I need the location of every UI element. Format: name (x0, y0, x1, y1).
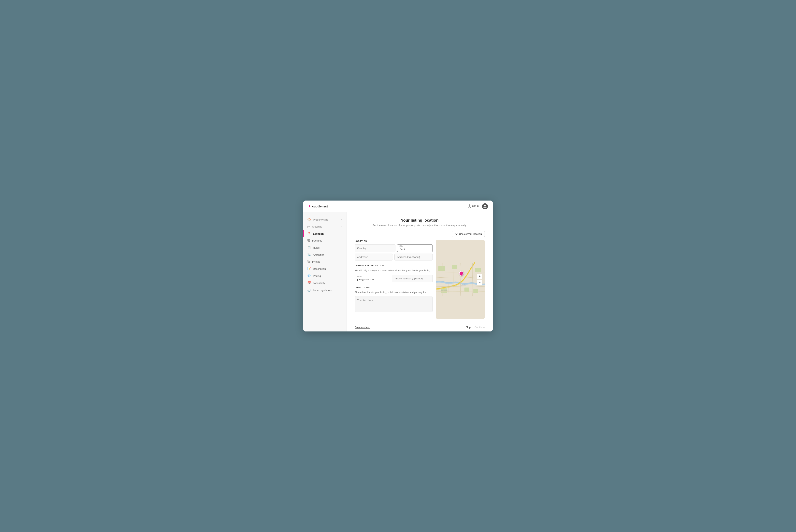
regulations-icon: ⚖️ (307, 288, 311, 292)
zoom-out-button[interactable]: − (477, 280, 482, 285)
location-form-section: LOCATION City (355, 240, 433, 313)
question-circle-icon: ? (468, 205, 471, 208)
country-input[interactable] (355, 244, 395, 252)
amenities-icon: 📡 (307, 253, 311, 256)
logo-bird-icon: ✦ (308, 204, 311, 208)
location-pin-icon: 📍 (307, 232, 311, 235)
address1-input[interactable] (355, 253, 393, 261)
contact-section-title: CONTACT INFORMATION (355, 264, 433, 267)
city-field-wrapper: City (397, 244, 433, 252)
sidebar-item-rules[interactable]: 📋 Rules (303, 244, 346, 251)
sidebar-item-label: Sleeping (312, 225, 322, 228)
email-wrapper: Email (355, 275, 390, 282)
home-icon: 🏠 (307, 218, 311, 222)
rules-icon: 📋 (307, 246, 311, 249)
contact-description: We will only share your contact informat… (355, 269, 433, 272)
svg-rect-3 (475, 268, 481, 272)
map-zoom-controls: + − (477, 274, 482, 285)
phone-input[interactable] (392, 275, 433, 282)
sidebar-item-property-type[interactable]: 🏠 Property type ✓ (303, 216, 346, 223)
directions-textarea[interactable] (355, 296, 433, 312)
check-icon: ✓ (341, 218, 343, 221)
sidebar-item-label: Property type (313, 218, 328, 221)
location-top-row: City (355, 244, 433, 252)
logo-text: cuddlynest (312, 205, 328, 208)
contact-fields-row: Email (355, 275, 433, 282)
use-location-label: Use current location (459, 232, 482, 235)
pricing-icon: 💎 (307, 274, 311, 278)
email-label: Email (357, 276, 362, 278)
city-label: City (399, 245, 403, 247)
contact-section: CONTACT INFORMATION We will only share y… (355, 264, 433, 282)
user-avatar-icon[interactable] (482, 203, 488, 209)
sidebar-item-label: Amenities (313, 253, 324, 256)
sidebar-item-pricing[interactable]: 💎 Pricing (303, 272, 346, 280)
app-window: ✦ cuddlynest ? HELP 🏠 Property type ✓ 🛏 … (303, 201, 493, 331)
page-subtitle: Set the exact location of your property.… (355, 224, 485, 227)
sidebar-item-label: Location (313, 232, 324, 235)
pin-circle (458, 270, 464, 276)
sidebar-item-amenities[interactable]: 📡 Amenities (303, 251, 346, 258)
facilities-icon: 🏗 (307, 239, 310, 242)
form-map-row: LOCATION City (355, 240, 485, 319)
photos-icon: 🖼 (307, 260, 310, 263)
sidebar-item-label: Photos (312, 260, 320, 263)
bed-icon: 🛏 (307, 225, 310, 228)
location-arrow-icon (455, 233, 458, 235)
footer: Save and exit Skip Continue (347, 323, 493, 331)
svg-rect-1 (438, 266, 445, 271)
directions-description: Share directions to your listing, public… (355, 291, 433, 294)
availability-icon: 📅 (307, 281, 311, 285)
sidebar-item-description[interactable]: 📝 Description (303, 265, 346, 272)
sidebar-item-availability[interactable]: 📅 Availability (303, 280, 346, 286)
svg-rect-2 (452, 265, 457, 269)
svg-text:FRIEDRICHSWERDER: FRIEDRICHSWERDER (441, 290, 448, 291)
svg-text:INNENSTADT: INNENSTADT (461, 286, 466, 286)
use-current-location-button[interactable]: Use current location (452, 231, 485, 237)
sidebar-item-photos[interactable]: 🖼 Photos (303, 258, 346, 265)
zoom-in-button[interactable]: + (477, 274, 482, 279)
header: ✦ cuddlynest ? HELP (303, 201, 493, 212)
description-icon: 📝 (307, 267, 311, 270)
sidebar-item-local-regulations[interactable]: ⚖️ Local regulations (303, 286, 346, 293)
skip-button[interactable]: Skip (466, 326, 471, 329)
sidebar-item-sleeping[interactable]: 🛏 Sleeping ✓ (303, 223, 346, 230)
content-inner: Your listing location Set the exact loca… (347, 212, 493, 323)
footer-right: Skip Continue (466, 326, 485, 329)
address2-input[interactable] (395, 253, 433, 261)
sidebar-item-label: Rules (313, 246, 320, 249)
header-right: ? HELP (468, 203, 488, 209)
location-section-title: LOCATION (355, 240, 433, 242)
main-layout: 🏠 Property type ✓ 🛏 Sleeping ✓ 📍 Locatio… (303, 212, 493, 331)
sidebar-item-label: Description (313, 267, 326, 270)
sidebar-item-label: Pricing (313, 274, 321, 278)
map-section[interactable]: BERLINER INNENSTADT FRIEDRICHSWERDER + (436, 240, 485, 319)
svg-rect-6 (473, 289, 478, 293)
sidebar-item-label: Availability (313, 282, 325, 285)
content-area: Your listing location Set the exact loca… (347, 212, 493, 331)
svg-text:BERLINER: BERLINER (462, 285, 466, 285)
sidebar: 🏠 Property type ✓ 🛏 Sleeping ✓ 📍 Locatio… (303, 212, 347, 331)
logo: ✦ cuddlynest (308, 204, 328, 208)
directions-section: DIRECTIONS Share directions to your list… (355, 286, 433, 313)
directions-section-title: DIRECTIONS (355, 286, 433, 289)
map-location-pin[interactable] (459, 271, 463, 276)
continue-button[interactable]: Continue (475, 326, 485, 329)
sidebar-item-label: Facilities (312, 239, 322, 242)
sidebar-item-label: Local regulations (313, 289, 332, 292)
help-button[interactable]: ? HELP (468, 205, 479, 208)
map-container: BERLINER INNENSTADT FRIEDRICHSWERDER + (436, 240, 485, 319)
sidebar-item-location[interactable]: 📍 Location (303, 230, 346, 237)
save-exit-button[interactable]: Save and exit (355, 326, 370, 329)
help-label: HELP (472, 205, 479, 208)
page-title: Your listing location (355, 218, 485, 223)
sidebar-item-facilities[interactable]: 🏗 Facilities (303, 237, 346, 244)
location-bottom-row (355, 253, 433, 261)
svg-rect-4 (465, 287, 469, 292)
check-icon: ✓ (341, 225, 343, 228)
